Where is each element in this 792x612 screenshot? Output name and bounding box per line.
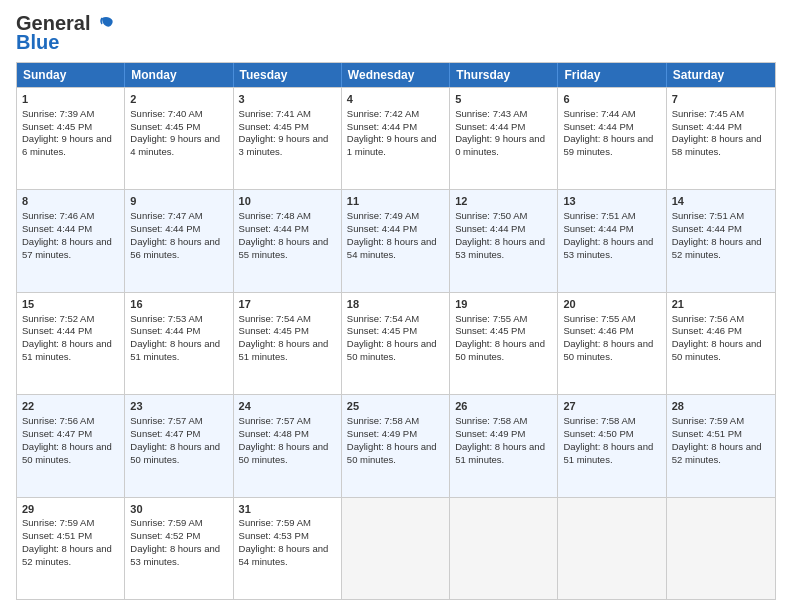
week-row-5: 29Sunrise: 7:59 AMSunset: 4:51 PMDayligh… [17,497,775,599]
header-day-monday: Monday [125,63,233,87]
day-number: 13 [563,194,660,209]
calendar-cell: 8Sunrise: 7:46 AMSunset: 4:44 PMDaylight… [17,190,125,291]
week-row-2: 8Sunrise: 7:46 AMSunset: 4:44 PMDaylight… [17,189,775,291]
sunset-label: Sunset: 4:53 PM [239,530,309,541]
logo-blue: Blue [16,31,59,54]
sunset-label: Sunset: 4:44 PM [563,121,633,132]
calendar-cell [450,498,558,599]
day-number: 19 [455,297,552,312]
calendar-cell: 9Sunrise: 7:47 AMSunset: 4:44 PMDaylight… [125,190,233,291]
sunset-label: Sunset: 4:45 PM [22,121,92,132]
daylight-label: Daylight: 8 hours and 50 minutes. [130,441,220,465]
sunset-label: Sunset: 4:44 PM [347,121,417,132]
sunrise-label: Sunrise: 7:58 AM [563,415,635,426]
daylight-label: Daylight: 8 hours and 55 minutes. [239,236,329,260]
daylight-label: Daylight: 9 hours and 1 minute. [347,133,437,157]
sunrise-label: Sunrise: 7:49 AM [347,210,419,221]
sunset-label: Sunset: 4:44 PM [347,223,417,234]
sunrise-label: Sunrise: 7:47 AM [130,210,202,221]
daylight-label: Daylight: 8 hours and 56 minutes. [130,236,220,260]
day-number: 16 [130,297,227,312]
sunrise-label: Sunrise: 7:55 AM [455,313,527,324]
sunrise-label: Sunrise: 7:58 AM [455,415,527,426]
calendar-body: 1Sunrise: 7:39 AMSunset: 4:45 PMDaylight… [17,87,775,599]
sunrise-label: Sunrise: 7:45 AM [672,108,744,119]
calendar-cell: 25Sunrise: 7:58 AMSunset: 4:49 PMDayligh… [342,395,450,496]
sunset-label: Sunset: 4:45 PM [239,325,309,336]
sunset-label: Sunset: 4:51 PM [672,428,742,439]
day-number: 30 [130,502,227,517]
daylight-label: Daylight: 9 hours and 3 minutes. [239,133,329,157]
sunrise-label: Sunrise: 7:59 AM [672,415,744,426]
day-number: 2 [130,92,227,107]
day-number: 23 [130,399,227,414]
sunrise-label: Sunrise: 7:59 AM [239,517,311,528]
calendar-cell: 18Sunrise: 7:54 AMSunset: 4:45 PMDayligh… [342,293,450,394]
calendar-cell: 30Sunrise: 7:59 AMSunset: 4:52 PMDayligh… [125,498,233,599]
header-day-thursday: Thursday [450,63,558,87]
daylight-label: Daylight: 8 hours and 50 minutes. [22,441,112,465]
sunset-label: Sunset: 4:44 PM [455,223,525,234]
day-number: 4 [347,92,444,107]
sunset-label: Sunset: 4:52 PM [130,530,200,541]
day-number: 9 [130,194,227,209]
calendar-cell: 5Sunrise: 7:43 AMSunset: 4:44 PMDaylight… [450,88,558,189]
sunset-label: Sunset: 4:49 PM [347,428,417,439]
sunrise-label: Sunrise: 7:53 AM [130,313,202,324]
daylight-label: Daylight: 8 hours and 54 minutes. [239,543,329,567]
calendar-cell: 21Sunrise: 7:56 AMSunset: 4:46 PMDayligh… [667,293,775,394]
daylight-label: Daylight: 8 hours and 58 minutes. [672,133,762,157]
sunset-label: Sunset: 4:45 PM [130,121,200,132]
sunset-label: Sunset: 4:44 PM [130,223,200,234]
sunrise-label: Sunrise: 7:56 AM [22,415,94,426]
calendar-header: SundayMondayTuesdayWednesdayThursdayFrid… [17,63,775,87]
sunrise-label: Sunrise: 7:39 AM [22,108,94,119]
calendar-cell: 20Sunrise: 7:55 AMSunset: 4:46 PMDayligh… [558,293,666,394]
sunset-label: Sunset: 4:47 PM [22,428,92,439]
sunrise-label: Sunrise: 7:46 AM [22,210,94,221]
calendar-cell: 23Sunrise: 7:57 AMSunset: 4:47 PMDayligh… [125,395,233,496]
sunset-label: Sunset: 4:51 PM [22,530,92,541]
calendar-cell: 13Sunrise: 7:51 AMSunset: 4:44 PMDayligh… [558,190,666,291]
sunrise-label: Sunrise: 7:56 AM [672,313,744,324]
daylight-label: Daylight: 9 hours and 4 minutes. [130,133,220,157]
daylight-label: Daylight: 8 hours and 59 minutes. [563,133,653,157]
sunrise-label: Sunrise: 7:52 AM [22,313,94,324]
day-number: 26 [455,399,552,414]
calendar-cell: 10Sunrise: 7:48 AMSunset: 4:44 PMDayligh… [234,190,342,291]
sunrise-label: Sunrise: 7:54 AM [239,313,311,324]
sunrise-label: Sunrise: 7:44 AM [563,108,635,119]
week-row-4: 22Sunrise: 7:56 AMSunset: 4:47 PMDayligh… [17,394,775,496]
sunrise-label: Sunrise: 7:55 AM [563,313,635,324]
header-day-friday: Friday [558,63,666,87]
sunset-label: Sunset: 4:45 PM [347,325,417,336]
header-day-wednesday: Wednesday [342,63,450,87]
calendar-cell: 15Sunrise: 7:52 AMSunset: 4:44 PMDayligh… [17,293,125,394]
daylight-label: Daylight: 9 hours and 6 minutes. [22,133,112,157]
day-number: 3 [239,92,336,107]
day-number: 10 [239,194,336,209]
daylight-label: Daylight: 8 hours and 52 minutes. [22,543,112,567]
day-number: 5 [455,92,552,107]
calendar-cell: 17Sunrise: 7:54 AMSunset: 4:45 PMDayligh… [234,293,342,394]
calendar-cell: 19Sunrise: 7:55 AMSunset: 4:45 PMDayligh… [450,293,558,394]
week-row-1: 1Sunrise: 7:39 AMSunset: 4:45 PMDaylight… [17,87,775,189]
calendar-cell: 2Sunrise: 7:40 AMSunset: 4:45 PMDaylight… [125,88,233,189]
week-row-3: 15Sunrise: 7:52 AMSunset: 4:44 PMDayligh… [17,292,775,394]
day-number: 8 [22,194,119,209]
logo: General Blue [16,12,114,54]
daylight-label: Daylight: 9 hours and 0 minutes. [455,133,545,157]
day-number: 29 [22,502,119,517]
sunrise-label: Sunrise: 7:59 AM [130,517,202,528]
header-day-tuesday: Tuesday [234,63,342,87]
day-number: 22 [22,399,119,414]
calendar-cell: 6Sunrise: 7:44 AMSunset: 4:44 PMDaylight… [558,88,666,189]
daylight-label: Daylight: 8 hours and 51 minutes. [22,338,112,362]
sunset-label: Sunset: 4:48 PM [239,428,309,439]
sunset-label: Sunset: 4:44 PM [130,325,200,336]
calendar-cell: 28Sunrise: 7:59 AMSunset: 4:51 PMDayligh… [667,395,775,496]
day-number: 6 [563,92,660,107]
calendar: SundayMondayTuesdayWednesdayThursdayFrid… [16,62,776,600]
calendar-cell: 4Sunrise: 7:42 AMSunset: 4:44 PMDaylight… [342,88,450,189]
day-number: 31 [239,502,336,517]
